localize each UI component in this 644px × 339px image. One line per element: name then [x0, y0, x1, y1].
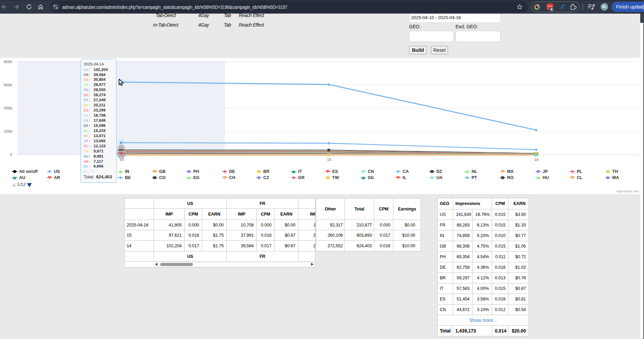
svg-text:600k: 600k	[4, 83, 12, 87]
svg-text:0: 0	[10, 152, 12, 157]
svg-text:400k: 400k	[4, 106, 12, 110]
svg-text:15: 15	[327, 158, 332, 162]
svg-text:16: 16	[534, 158, 539, 162]
svg-text:Highcharts.com: Highcharts.com	[616, 189, 639, 193]
svg-text:200k: 200k	[4, 129, 12, 133]
svg-text:800k: 800k	[4, 60, 12, 64]
